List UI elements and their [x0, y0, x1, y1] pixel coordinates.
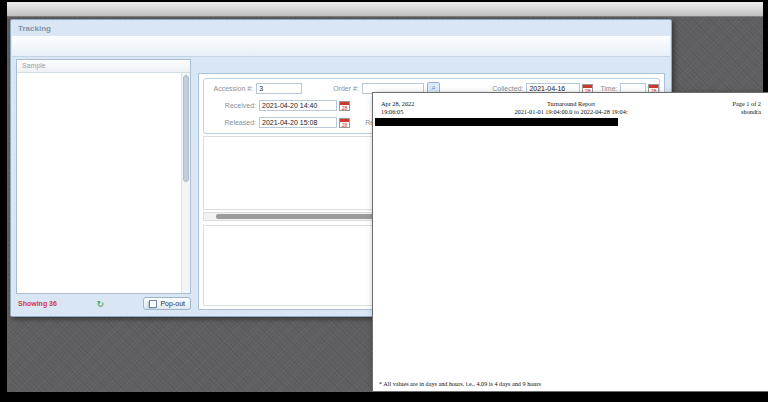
order-label: Order #:: [302, 85, 359, 92]
showing-count: Showing 36: [18, 300, 57, 307]
released-calendar-icon[interactable]: [339, 118, 350, 128]
sample-tree: [17, 73, 182, 293]
accession-input[interactable]: [256, 83, 302, 94]
desktop-background: Tracking Sample Showing 36 ↻ Pop-out Acc…: [7, 2, 763, 392]
report-table-header: [375, 118, 618, 126]
collected-label: Collected:: [440, 85, 523, 92]
tree-scrollbar[interactable]: [181, 73, 190, 293]
report-range: 2021-01-01 19:04:00.0 to 2022-04-28 19:0…: [373, 108, 768, 116]
report-page: Page 1 of 2: [732, 100, 761, 108]
time-label: Time:: [593, 85, 618, 92]
received-calendar-icon[interactable]: [339, 101, 350, 111]
report-user: shondra: [732, 108, 761, 116]
toolbar: [12, 36, 670, 57]
report-title: Turnaround Report: [373, 100, 768, 108]
pop-out-label: Pop-out: [160, 300, 185, 307]
sample-tree-panel: Sample: [16, 59, 191, 294]
report-footnote: * All values are in days and hours. i.e.…: [379, 380, 541, 387]
tree-footer: Showing 36 ↻ Pop-out: [16, 295, 191, 312]
report-page-info: Page 1 of 2 shondra: [732, 100, 761, 115]
menu-bar: [7, 2, 763, 17]
window-title: Tracking: [18, 24, 51, 33]
pop-out-button[interactable]: Pop-out: [143, 297, 191, 310]
report-window: Apr 28, 2022 19:06:05 Turnaround Report …: [372, 92, 768, 392]
received-label: Received:: [204, 102, 256, 109]
released-input[interactable]: [259, 117, 337, 128]
tree-header: Sample: [17, 60, 190, 73]
refresh-icon[interactable]: ↻: [96, 299, 104, 309]
accession-label: Accession #:: [204, 85, 253, 92]
received-input[interactable]: [259, 100, 337, 111]
released-label: Released:: [204, 119, 256, 126]
pop-out-icon: [149, 300, 157, 308]
tracking-titlebar[interactable]: Tracking: [11, 20, 671, 36]
report-heading: Turnaround Report 2021-01-01 19:04:00.0 …: [373, 100, 768, 115]
tree-scrollbar-thumb[interactable]: [183, 75, 189, 182]
